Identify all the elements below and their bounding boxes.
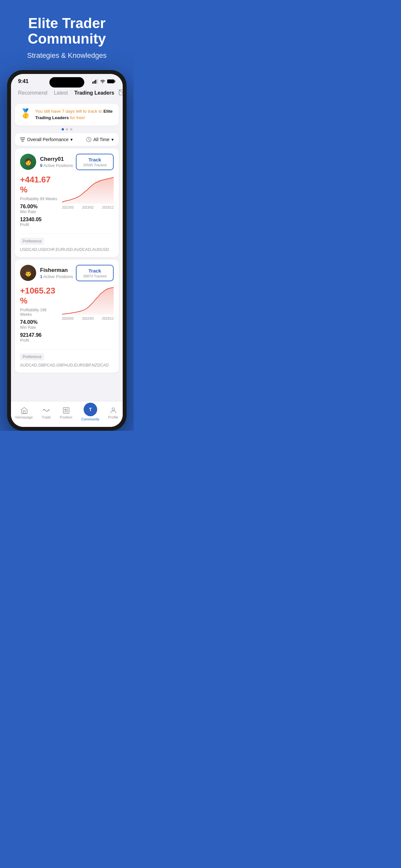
preference-row-cherry01: Preference USDCAD,USDCHF,EURUSD,AUDCAD,A… <box>20 234 114 252</box>
hero-section: Elite Trader Community Strategies & Know… <box>0 0 134 70</box>
time-chevron-icon: ▾ <box>112 137 114 142</box>
tab-latest[interactable]: Latest <box>51 89 71 97</box>
win-rate-value-cherry01: 76.00% <box>20 204 58 210</box>
svg-rect-14 <box>23 411 25 414</box>
community-label: Community <box>81 417 99 421</box>
svg-rect-1 <box>94 81 95 84</box>
nav-item-homepage[interactable]: Homepage <box>13 407 35 419</box>
track-button-fisherman[interactable]: Track 28874 Tracked <box>76 265 114 281</box>
dot-2 <box>66 128 68 130</box>
preference-pairs-cherry01: USDCAD,USDCHF,EURUSD,AUDCAD,AUDUSD <box>20 247 109 252</box>
battery-icon <box>107 79 116 84</box>
profit-value-cherry01: 12340.05 <box>20 217 58 222</box>
homepage-label: Homepage <box>16 415 33 419</box>
trader-header-fisherman: 👨 Fisherman 1 Active Positions Track 288… <box>20 265 114 281</box>
preference-pairs-fisherman: AUDCAD,GBPCAD,GBPAUD,EURGBP,NZDCAD <box>20 363 109 368</box>
track-section-cherry01: Track 20595 Tracked <box>76 154 114 170</box>
profit-label-cherry01: Profit <box>20 222 58 227</box>
trader-details-cherry01: Cherry01 9 Active Positions <box>40 156 73 168</box>
profitability-label-cherry01: Profitability 89 Weeks <box>20 197 58 201</box>
trader-details-fisherman: Fisherman 1 Active Positions <box>40 267 73 279</box>
chart-labels-cherry01: 2022/03 2023/02 2023/12 <box>62 206 114 209</box>
mail-icon-svg <box>119 89 123 95</box>
profit-row-fisherman: 92147.96 Profit <box>20 332 58 343</box>
tab-trading-leaders[interactable]: Trading Leaders <box>71 89 118 97</box>
win-rate-row-cherry01: 76.00% Win Rate <box>20 204 58 214</box>
svg-point-4 <box>102 82 103 83</box>
profit-pct-fisherman: +1065.23 % <box>20 286 58 306</box>
status-time: 9:41 <box>18 79 28 84</box>
wifi-icon <box>100 80 105 83</box>
mail-icon[interactable] <box>118 88 123 98</box>
profit-row-cherry01: 12340.05 Profit <box>20 217 58 227</box>
svg-rect-5 <box>107 80 114 83</box>
profitability-label-fisherman: Profitability 196 Weeks <box>20 308 58 317</box>
profit-value-fisherman: 92147.96 <box>20 332 58 338</box>
promo-banner: 🥇 You still have 7 days left to track to… <box>15 104 119 126</box>
svg-rect-19 <box>66 411 68 412</box>
filter-icon <box>20 137 25 142</box>
chart-cherry01: 2022/03 2023/02 2023/12 <box>62 175 114 229</box>
chart-svg-fisherman <box>62 286 114 315</box>
time-filter[interactable]: All Time ▾ <box>86 137 114 142</box>
preference-row-fisherman: Preference AUDCAD,GBPCAD,GBPAUD,EURGBP,N… <box>20 349 114 368</box>
chart-labels-fisherman: 2020/03 2022/03 2023/12 <box>62 317 114 320</box>
nav-item-position[interactable]: Position <box>57 407 75 419</box>
trader-info-cherry01: 🧑 Cherry01 9 Active Positions <box>20 154 73 170</box>
track-section-fisherman: Track 28874 Tracked <box>76 265 114 281</box>
trader-stats-fisherman: +1065.23 % Profitability 196 Weeks 74.00… <box>20 286 58 345</box>
performance-filter[interactable]: Overall Performance ▾ <box>20 137 73 142</box>
status-icons <box>92 79 116 84</box>
trader-body-fisherman: +1065.23 % Profitability 196 Weeks 74.00… <box>20 286 114 345</box>
svg-text:T: T <box>89 407 92 412</box>
signal-icon <box>92 79 98 84</box>
avatar-fisherman: 👨 <box>20 265 36 281</box>
tracked-count-cherry01: 20595 Tracked <box>83 163 106 167</box>
main-content: 🥇 You still have 7 days left to track to… <box>11 104 123 401</box>
performance-filter-label: Overall Performance <box>27 137 68 142</box>
profit-pct-cherry01: +441.67 % <box>20 175 58 195</box>
trader-info-fisherman: 👨 Fisherman 1 Active Positions <box>20 265 73 281</box>
phone-frame: 9:41 <box>7 70 127 431</box>
clock-icon <box>86 137 91 142</box>
bottom-navigation: Homepage Trade Position <box>11 401 123 427</box>
trade-icon <box>42 407 50 414</box>
chart-fisherman: 2020/03 2022/03 2023/12 <box>62 286 114 345</box>
status-bar: 9:41 <box>11 74 123 87</box>
phone-screen: 9:41 <box>11 74 123 427</box>
time-filter-label: All Time <box>93 137 110 142</box>
svg-point-21 <box>112 408 115 410</box>
dynamic-island <box>50 77 84 88</box>
top-navigation: Recommend Latest Trading Leaders <box>11 87 123 101</box>
win-rate-label-cherry01: Win Rate <box>20 210 58 214</box>
profile-icon <box>110 407 117 414</box>
avatar-cherry01: 🧑 <box>20 154 36 170</box>
preference-badge-fisherman: Preference <box>20 353 44 361</box>
svg-rect-2 <box>95 80 96 84</box>
trader-card-fisherman: 👨 Fisherman 1 Active Positions Track 288… <box>15 259 119 373</box>
chart-svg-cherry01 <box>62 175 114 204</box>
dot-3 <box>70 128 72 130</box>
svg-rect-18 <box>65 411 66 412</box>
trade-label: Trade <box>42 415 51 419</box>
position-icon <box>62 407 70 414</box>
svg-rect-16 <box>65 409 66 410</box>
svg-line-13 <box>89 140 90 141</box>
homepage-icon <box>20 407 28 414</box>
trader-body-cherry01: +441.67 % Profitability 89 Weeks 76.00% … <box>20 175 114 229</box>
track-button-cherry01[interactable]: Track 20595 Tracked <box>76 154 114 170</box>
win-rate-row-fisherman: 74.00% Win Rate <box>20 319 58 330</box>
nav-item-trade[interactable]: Trade <box>39 407 53 419</box>
tracked-count-fisherman: 28874 Tracked <box>83 274 106 278</box>
win-rate-value-fisherman: 74.00% <box>20 319 58 325</box>
profit-label-fisherman: Profit <box>20 338 58 343</box>
tab-recommend[interactable]: Recommend <box>15 89 51 97</box>
hero-title: Elite Trader Community <box>8 16 126 47</box>
win-rate-label-fisherman: Win Rate <box>20 325 58 330</box>
svg-rect-6 <box>115 81 116 82</box>
nav-item-community[interactable]: T Community <box>79 405 102 421</box>
trader-stats-cherry01: +441.67 % Profitability 89 Weeks 76.00% … <box>20 175 58 229</box>
chevron-down-icon: ▾ <box>70 137 73 142</box>
nav-item-profile[interactable]: Profile <box>105 407 121 419</box>
svg-rect-15 <box>63 407 69 413</box>
